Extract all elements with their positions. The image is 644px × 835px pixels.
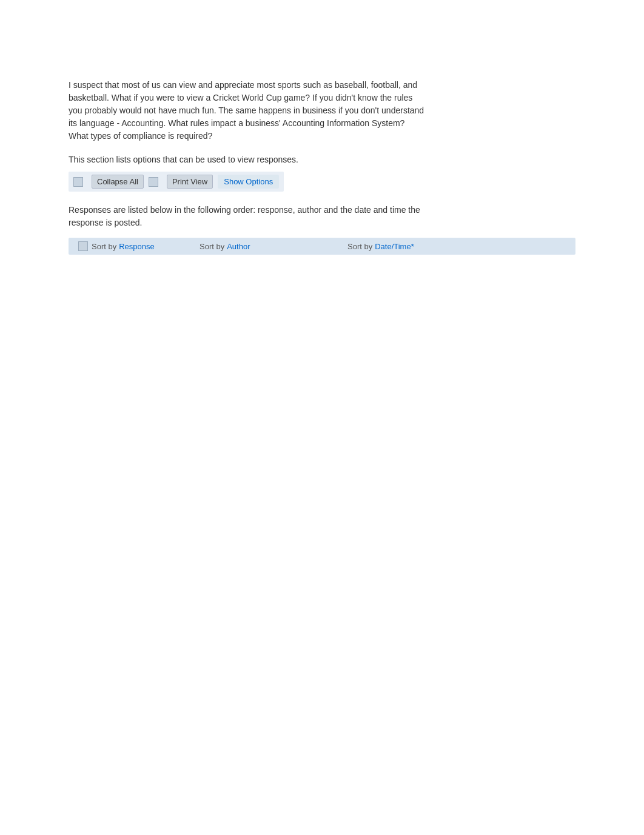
sort-response-checkbox[interactable] — [78, 241, 88, 251]
main-container: I suspect that most of us can view and a… — [0, 0, 644, 279]
section-description: This section lists options that can be u… — [69, 155, 575, 164]
print-view-button[interactable]: Print View — [167, 175, 213, 189]
sort-by-label-author: Sort by — [200, 242, 224, 251]
print-checkbox[interactable] — [149, 177, 158, 187]
responses-order-text: Responses are listed below in the follow… — [69, 204, 426, 229]
sort-by-label-response: Sort by — [92, 242, 116, 251]
sort-by-label-datetime: Sort by — [347, 242, 372, 251]
show-options-link[interactable]: Show Options — [218, 175, 279, 189]
sort-by-response-link[interactable]: Response — [119, 242, 155, 251]
options-bar: Collapse All Print View Show Options — [69, 172, 284, 192]
sort-by-author-link[interactable]: Author — [227, 242, 250, 251]
sort-group-author: Sort by Author — [190, 242, 323, 251]
intro-paragraph: I suspect that most of us can view and a… — [69, 79, 426, 143]
sort-group-response: Sort by Response — [69, 241, 190, 251]
sort-group-datetime: Sort by Date/Time* — [323, 242, 575, 251]
collapse-checkbox[interactable] — [73, 177, 83, 187]
sort-bar: Sort by Response Sort by Author Sort by … — [69, 238, 575, 255]
collapse-all-button[interactable]: Collapse All — [92, 175, 144, 189]
sort-by-datetime-link[interactable]: Date/Time* — [375, 242, 414, 251]
